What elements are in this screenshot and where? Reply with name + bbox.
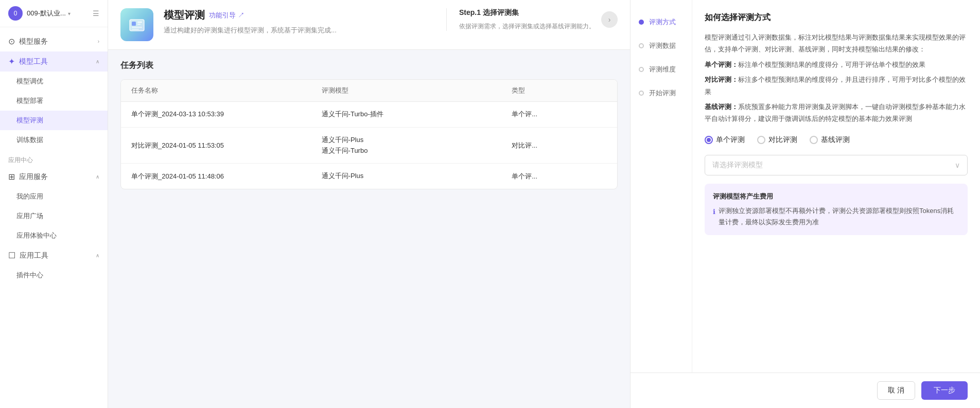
radio-inner-single (707, 138, 711, 142)
sidebar-item-label: 我的应用 (16, 192, 43, 201)
sidebar-item-model-deploy[interactable]: 模型部署 (0, 91, 108, 111)
task-list-title: 任务列表 (120, 60, 618, 71)
expand-icon: ∧ (96, 253, 99, 258)
panel-section-title: 如何选择评测方式 (705, 12, 968, 23)
step-label-eval-data: 评测数据 (649, 41, 676, 50)
sidebar-item-app-service[interactable]: ⊞ 应用服务 ∧ (0, 167, 108, 187)
sidebar-item-model-tools[interactable]: ✦ 模型工具 ∧ (0, 51, 108, 72)
task-name-2: 对比评测_2024-01-05 11:53:05 (131, 141, 322, 150)
step-next-button[interactable]: › (601, 11, 618, 28)
col-header-model: 评测模型 (322, 86, 512, 95)
panel-content: 如何选择评测方式 模型评测通过引入评测数据集，标注对比模型结果与评测数据集结果来… (692, 0, 980, 372)
model-service-icon: ⊙ (8, 37, 15, 46)
sidebar-item-label: 应用体验中心 (16, 231, 57, 240)
sidebar-item-label: 模型服务 (19, 37, 48, 46)
sidebar-item-app-experience[interactable]: 应用体验中心 (0, 226, 108, 245)
logo-text: 0 (14, 10, 18, 17)
info-row: ℹ 评测独立资源部署模型不再额外计费，评测公共资源部署模型则按照Tokens消耗… (713, 205, 959, 228)
step-label-eval-dimension: 评测维度 (649, 65, 676, 74)
col-header-name: 任务名称 (131, 86, 322, 95)
sidebar-nav: ⊙ 模型服务 › ✦ 模型工具 ∧ 模型调优 模型部署 模型评测 训练数据 应用… (0, 27, 108, 408)
header-info: 模型评测 功能引导 ↗ 通过构建好的评测集进行模型评测，系统基于评测集完成... (164, 8, 436, 36)
sidebar: 0 009-默认业... ▾ ☰ ⊙ 模型服务 › ✦ 模型工具 ∧ 模型调优 … (0, 0, 108, 408)
sidebar-item-train-data[interactable]: 训练数据 (0, 130, 108, 150)
sidebar-item-label: 模型工具 (19, 57, 48, 66)
sidebar-item-model-tuning[interactable]: 模型调优 (0, 72, 108, 91)
cost-info-box: 评测模型将产生费用 ℹ 评测独立资源部署模型不再额外计费，评测公共资源部署模型则… (705, 184, 968, 235)
step-dot-inactive (639, 43, 644, 48)
sidebar-item-app-tools[interactable]: ☐ 应用工具 ∧ (0, 245, 108, 265)
task-type-2: 对比评... (512, 141, 607, 150)
sidebar-item-label: 模型评测 (16, 116, 43, 125)
col-header-type: 类型 (512, 86, 607, 95)
eval-svg-icon (128, 15, 146, 34)
step-description: 依据评测需求，选择评测集或选择基线评测能力。 (459, 22, 595, 31)
app-tools-icon: ☐ (8, 251, 15, 260)
chevron-down-icon[interactable]: ▾ (68, 11, 71, 16)
panel-description: 模型评测通过引入评测数据集，标注对比模型结果与评测数据集结果来实现模型效果的评估… (705, 31, 968, 125)
feature-guide-link[interactable]: 功能引导 ↗ (209, 11, 244, 20)
collapse-icon: ∧ (96, 59, 99, 64)
sidebar-item-label: 应用服务 (19, 172, 48, 182)
sidebar-item-label: 训练数据 (16, 135, 43, 145)
task-type-3: 单个评... (512, 172, 607, 181)
model-tools-icon: ✦ (8, 57, 15, 66)
step-item-eval-method[interactable]: 评测方式 (631, 10, 692, 34)
step-label-start-eval: 开始评测 (649, 88, 676, 98)
sidebar-item-plugin-center[interactable]: 插件中心 (0, 265, 108, 285)
radio-baseline-eval[interactable]: 基线评测 (810, 135, 850, 145)
page-title: 模型评测 (164, 8, 205, 22)
next-button[interactable]: 下一步 (921, 381, 968, 400)
task-name-1: 单个评测_2024-03-13 10:53:39 (131, 110, 322, 119)
sidebar-item-label: 模型调优 (16, 77, 43, 86)
radio-label-compare: 对比评测 (768, 135, 797, 145)
info-box-title: 评测模型将产生费用 (713, 191, 959, 202)
table-row[interactable]: 对比评测_2024-01-05 11:53:05 通义千问-Plus 通义千问-… (121, 128, 617, 164)
table-row[interactable]: 单个评测_2024-03-13 10:53:39 通义千问-Turbo-插件 单… (121, 102, 617, 128)
svg-rect-5 (132, 29, 139, 30)
task-name-3: 单个评测_2024-01-05 11:48:06 (131, 172, 322, 181)
radio-circle-baseline (810, 136, 818, 144)
desc-line-2: 单个评测：标注单个模型预测结果的维度得分，可用于评估单个模型的效果 (705, 59, 968, 70)
task-model-line2: 通义千问-Turbo (322, 146, 512, 156)
sidebar-title-area: 009-默认业... ▾ (27, 9, 71, 18)
step-indicator-area: Step.1 选择评测集 依据评测需求，选择评测集或选择基线评测能力。 › (446, 8, 618, 31)
radio-compare-eval[interactable]: 对比评测 (757, 135, 797, 145)
sidebar-item-my-apps[interactable]: 我的应用 (0, 187, 108, 206)
section-label-app-center: 应用中心 (0, 150, 108, 167)
task-model-3: 通义千问-Plus (322, 171, 512, 182)
svg-rect-2 (137, 22, 142, 23)
panel-steps-sidebar: 评测方式 评测数据 评测维度 开始评测 (631, 0, 692, 372)
step-indicator: Step.1 选择评测集 依据评测需求，选择评测集或选择基线评测能力。 (446, 8, 595, 31)
sidebar-item-model-service[interactable]: ⊙ 模型服务 › (0, 31, 108, 51)
desc-line-4: 基线评测：系统预置多种能力常用评测集及评测脚本，一键自动评测模型多种基本能力水平… (705, 101, 968, 125)
select-placeholder: 请选择评测模型 (712, 161, 763, 170)
desc-line-1: 模型评测通过引入评测数据集，标注对比模型结果与评测数据集结果来实现模型效果的评估… (705, 31, 968, 56)
workspace-title[interactable]: 009-默认业... (27, 9, 66, 18)
task-model-line1: 通义千问-Plus (322, 135, 512, 146)
step-item-eval-data[interactable]: 评测数据 (631, 34, 692, 58)
radio-single-eval[interactable]: 单个评测 (705, 135, 745, 145)
document-icon[interactable]: ☰ (93, 9, 99, 17)
model-select[interactable]: 请选择评测模型 ∨ (705, 155, 968, 175)
chevron-down-icon: ∨ (955, 161, 960, 169)
task-model-2: 通义千问-Plus 通义千问-Turbo (322, 135, 512, 156)
step-dot-active (639, 20, 644, 25)
step-item-eval-dimension[interactable]: 评测维度 (631, 58, 692, 81)
page-description: 通过构建好的评测集进行模型评测，系统基于评测集完成... (164, 25, 436, 36)
step-label-eval-method: 评测方式 (649, 17, 676, 27)
expand-icon: › (98, 39, 99, 44)
cancel-button[interactable]: 取 消 (877, 381, 915, 400)
table-row[interactable]: 单个评测_2024-01-05 11:48:06 通义千问-Plus 单个评..… (121, 164, 617, 189)
step-item-start-eval[interactable]: 开始评测 (631, 81, 692, 105)
app-service-icon: ⊞ (8, 172, 15, 182)
sidebar-item-model-eval[interactable]: 模型评测 (0, 111, 108, 130)
radio-label-single: 单个评测 (716, 135, 745, 145)
sidebar-logo: 0 (8, 6, 23, 21)
expand-icon: ∧ (96, 174, 99, 180)
info-box-detail: 评测独立资源部署模型不再额外计费，评测公共资源部署模型则按照Tokens消耗量计… (719, 205, 959, 228)
task-table: 任务名称 评测模型 类型 单个评测_2024-03-13 10:53:39 通义… (120, 79, 618, 189)
panel-footer: 取 消 下一步 (631, 372, 980, 408)
task-area: 任务列表 任务名称 评测模型 类型 单个评测_2024-03-13 10:53:… (108, 50, 630, 408)
sidebar-item-app-market[interactable]: 应用广场 (0, 206, 108, 226)
